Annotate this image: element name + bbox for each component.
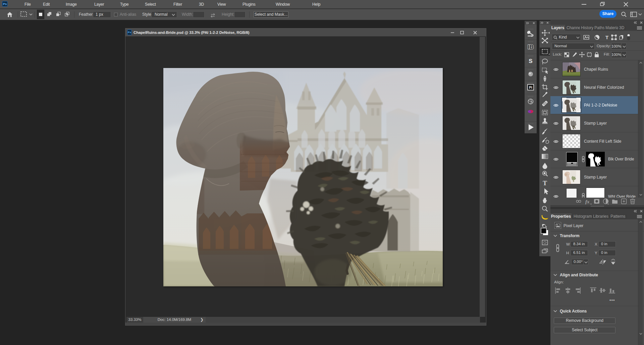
svg-text:T: T [543, 180, 547, 187]
svg-text:fx: fx [585, 199, 590, 204]
svg-text:S: S [529, 58, 532, 64]
svg-text:T: T [605, 34, 608, 40]
svg-text:IB: IB [528, 44, 534, 50]
svg-text:Pi: Pi [529, 86, 532, 89]
